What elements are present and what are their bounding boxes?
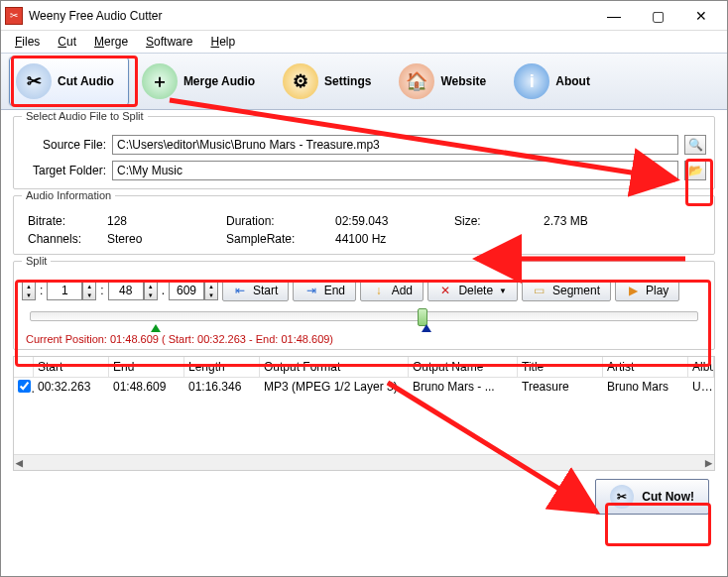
table-row[interactable]: 00:32.263 01:48.609 01:16.346 MP3 (MPEG …	[14, 378, 714, 398]
cell-format: MP3 (MPEG 1/2 Layer 3)	[260, 378, 409, 398]
menu-files[interactable]: Files	[7, 33, 48, 51]
cut-now-label: Cut Now!	[642, 490, 694, 504]
size-value: 2.73 MB	[544, 214, 706, 228]
cell-title: Treasure	[518, 378, 603, 398]
duration-label: Duration:	[226, 214, 335, 228]
house-icon: 🏠	[399, 63, 434, 99]
samplerate-value: 44100 Hz	[335, 232, 454, 246]
horizontal-scrollbar[interactable]: ◀▶	[14, 454, 714, 470]
bitrate-label: Bitrate:	[28, 214, 107, 228]
col-title[interactable]: Title	[518, 357, 603, 378]
menu-cut[interactable]: Cut	[50, 33, 84, 51]
row-checkbox[interactable]	[18, 380, 31, 393]
merge-audio-button[interactable]: ＋ Merge Audio	[135, 57, 270, 106]
close-button[interactable]: ✕	[679, 2, 723, 30]
cell-album: Unorthodox	[688, 378, 714, 398]
cut-now-button[interactable]: ✂ Cut Now!	[595, 479, 709, 515]
browse-target-button[interactable]: 📂	[684, 161, 706, 180]
cell-name: Bruno Mars - ...	[409, 378, 518, 398]
title-bar: ✂ Weeny Free Audio Cutter — ▢ ✕	[1, 1, 727, 31]
target-folder-label: Target Folder:	[22, 164, 106, 177]
merge-audio-label: Merge Audio	[183, 74, 255, 88]
start-button[interactable]: ⇤Start	[222, 280, 289, 301]
col-check[interactable]	[14, 357, 34, 378]
delete-button[interactable]: ✕Delete▼	[427, 280, 518, 301]
col-album[interactable]: Album	[688, 357, 714, 378]
info-icon: i	[514, 63, 549, 99]
target-folder-input[interactable]	[112, 161, 678, 180]
col-artist[interactable]: Artist	[603, 357, 688, 378]
merge-icon: ＋	[142, 63, 178, 99]
menu-merge[interactable]: Merge	[86, 33, 136, 51]
col-start[interactable]: Start	[34, 357, 109, 378]
segments-table: Start End Length Output Format Output Na…	[13, 356, 715, 471]
menu-help[interactable]: Help	[202, 33, 243, 51]
end-marker[interactable]	[422, 324, 431, 332]
end-icon: ⇥	[304, 284, 318, 297]
source-file-label: Source File:	[22, 138, 106, 152]
about-button[interactable]: i About	[507, 57, 605, 106]
segment-icon: ▭	[533, 284, 546, 297]
samplerate-label: SampleRate:	[226, 232, 335, 246]
add-icon: ↓	[372, 284, 386, 297]
table-header: Start End Length Output Format Output Na…	[14, 357, 714, 378]
chevron-down-icon: ▼	[499, 287, 507, 295]
main-toolbar: ✂ Cut Audio ＋ Merge Audio ⚙ Settings 🏠 W…	[1, 53, 727, 110]
delete-icon: ✕	[438, 284, 452, 297]
cut-audio-label: Cut Audio	[58, 74, 114, 88]
duration-value: 02:59.043	[335, 214, 454, 228]
bitrate-value: 128	[107, 214, 226, 228]
browse-source-button[interactable]: 🔍	[684, 135, 706, 155]
app-icon: ✂	[5, 7, 23, 25]
position-slider[interactable]	[30, 311, 698, 321]
source-file-input[interactable]	[112, 135, 678, 155]
play-button[interactable]: ▶Play	[615, 280, 679, 301]
current-position-label: Current Position: 01:48.609 ( Start: 00:…	[22, 333, 706, 345]
spin-hours[interactable]: ▲▼	[22, 281, 36, 300]
gear-icon: ⚙	[283, 63, 318, 99]
col-end[interactable]: End	[109, 357, 184, 378]
folder-icon: 📂	[688, 164, 703, 177]
website-label: Website	[440, 74, 486, 88]
maximize-button[interactable]: ▢	[636, 2, 679, 30]
size-label: Size:	[454, 214, 544, 228]
channels-label: Channels:	[28, 232, 107, 246]
cell-end: 01:48.609	[109, 378, 184, 398]
spin-minutes[interactable]: ▲▼	[47, 281, 96, 300]
spin-ms[interactable]: ▲▼	[169, 281, 218, 300]
scissors-icon: ✂	[610, 485, 634, 509]
spin-seconds[interactable]: ▲▼	[108, 281, 158, 300]
col-format[interactable]: Output Format	[260, 357, 409, 378]
website-button[interactable]: 🏠 Website	[392, 57, 501, 106]
play-icon: ▶	[626, 284, 640, 297]
col-name[interactable]: Output Name	[409, 357, 518, 378]
audio-info-legend: Audio Information	[22, 189, 115, 201]
audio-info-group: Audio Information Bitrate: 128 Duration:…	[13, 195, 715, 255]
start-icon: ⇤	[233, 284, 247, 297]
settings-label: Settings	[324, 74, 371, 88]
cell-artist: Bruno Mars	[603, 378, 688, 398]
add-button[interactable]: ↓Add	[360, 280, 424, 301]
col-length[interactable]: Length	[184, 357, 260, 378]
start-marker[interactable]	[151, 324, 161, 332]
cell-start: 00:32.263	[34, 378, 109, 398]
split-group: Split ▲▼ : ▲▼ : ▲▼ . ▲▼ ⇤Start ⇥End ↓Add…	[13, 261, 715, 350]
settings-button[interactable]: ⚙ Settings	[276, 57, 386, 106]
minimize-button[interactable]: —	[592, 2, 636, 30]
select-file-group: Select Audio File to Split Source File: …	[13, 116, 715, 189]
menu-bar: Files Cut Merge Software Help	[1, 31, 727, 53]
select-file-legend: Select Audio File to Split	[22, 110, 148, 122]
channels-value: Stereo	[107, 232, 226, 246]
search-icon: 🔍	[688, 138, 703, 152]
window-title: Weeny Free Audio Cutter	[29, 9, 592, 23]
split-legend: Split	[22, 255, 51, 267]
cut-audio-button[interactable]: ✂ Cut Audio	[9, 57, 129, 106]
scissors-icon: ✂	[16, 63, 52, 99]
about-label: About	[555, 74, 590, 88]
end-button[interactable]: ⇥End	[293, 280, 356, 301]
cell-length: 01:16.346	[184, 378, 260, 398]
segment-button[interactable]: ▭Segment	[522, 280, 611, 301]
menu-software[interactable]: Software	[138, 33, 200, 51]
